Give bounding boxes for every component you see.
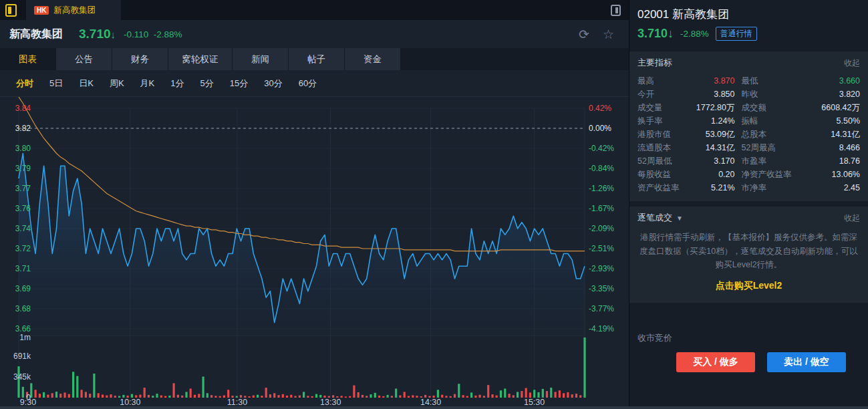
volume-bar [563,393,565,398]
price-axis-label: 3.82 [15,124,31,133]
volume-bar [542,389,544,398]
timeshare-chart[interactable]: 3.843.823.803.793.773.763.743.723.713.69… [0,97,629,409]
period-tab-5[interactable]: 1分 [170,78,184,90]
period-tab-7[interactable]: 15分 [230,78,248,90]
indicator-value: 2.45 [805,181,861,194]
main-tab-1[interactable]: 公告 [56,48,112,70]
period-tab-8[interactable]: 30分 [264,78,282,90]
volume-bar [55,392,57,398]
main-tab-5[interactable]: 帖子 [289,48,345,70]
volume-bar [345,396,347,398]
volume-bar [307,396,309,398]
volume-bar [290,395,292,398]
window-tab[interactable]: HK 新高教集团 [26,0,121,20]
close-auction-label: 收市竞价 [629,332,868,344]
volume-bar [85,392,87,398]
main-tab-6[interactable]: 资金 [345,48,401,70]
price-axis-label: 3.68 [15,304,31,313]
indicator-label: 最高 [637,74,686,88]
percent-axis-label: -2.09% [589,224,614,233]
volume-bar [374,393,376,398]
volume-bar [72,372,74,398]
volume-bar [491,394,493,398]
window-tab-strip: HK 新高教集团 [0,0,629,20]
price-axis-label: 3.69 [15,284,31,293]
chart-canvas[interactable]: 3.843.823.803.793.773.763.743.723.713.69… [0,97,629,409]
volume-bar [500,390,502,398]
volume-bar [102,395,104,398]
buy-long-button[interactable]: 买入 / 做多 [676,352,755,372]
indicator-label: 换手率 [637,114,686,128]
price-axis-label: 3.76 [15,204,31,213]
volume-bar [378,396,380,398]
indicator-label: 成交额 [742,101,805,114]
volume-bar [357,392,359,398]
price-axis-label: 3.84 [15,104,31,113]
indicator-label: 52周最低 [637,154,686,168]
main-tab-0[interactable]: 图表 [0,48,56,70]
percent-axis-label: -2.51% [589,244,614,253]
volume-bar [148,395,150,398]
period-tab-9[interactable]: 60分 [299,78,317,90]
indicator-label: 市净率 [742,181,805,194]
volume-bar [210,395,212,398]
tick-trades-collapse-button[interactable]: 收起 [844,213,860,224]
volume-bar [521,391,523,398]
main-tab-3[interactable]: 窝轮权证 [168,48,233,70]
main-tab-bar: 图表公告财务窝轮权证新闻帖子资金 [0,48,629,70]
refresh-icon[interactable]: ⟳ [579,28,589,41]
volume-bar [177,395,179,398]
sell-short-button[interactable]: 卖出 / 做空 [767,352,846,372]
percent-axis-label: 0.00% [589,124,611,133]
percent-axis-label: -0.42% [589,144,614,153]
indicator-label: 振幅 [742,114,805,128]
time-axis-label: 10:30 [120,398,140,407]
favorite-star-icon[interactable]: ☆ [603,28,614,41]
volume-bar [110,394,112,398]
tick-trades-section: 逐笔成交 ▼ 收起 港股行情需手动刷新，【基本报价】服务仅供参考。如需深度盘口数… [629,207,868,303]
indicators-collapse-button[interactable]: 收起 [844,57,860,69]
indicator-value: 3.660 [805,74,861,88]
indicator-label: 流通股本 [637,141,686,154]
percent-axis-label: -4.19% [589,324,614,333]
volume-bar [202,377,204,398]
level2-notice-text: 港股行情需手动刷新，【基本报价】服务仅供参考。如需深度盘口数据（买卖10档），逐… [637,231,860,272]
volume-bar [160,396,162,398]
chevron-down-icon[interactable]: ▼ [676,215,683,222]
volume-bar [462,395,464,398]
main-tab-2[interactable]: 财务 [112,48,168,70]
quote-level-badge[interactable]: 普通行情 [716,27,757,41]
indicator-label: 资产收益率 [637,181,686,194]
time-axis-label: 11:30 [227,398,247,407]
volume-bar [416,396,418,398]
indicator-label: 总股本 [742,128,805,141]
volume-bar [559,390,561,398]
volume-bar [509,394,511,398]
sidebar-toggle-icon[interactable] [5,4,17,17]
price-axis-label: 3.71 [15,264,31,273]
buy-level2-link[interactable]: 点击购买Level2 [637,280,860,292]
price-axis-label: 3.77 [15,184,31,193]
volume-bar [63,392,65,398]
volume-bar [89,394,91,398]
right-panel-toggle-icon[interactable] [611,5,621,16]
percent-axis-label: -1.26% [589,184,614,193]
volume-bar [194,395,196,398]
volume-axis-label: 345k [13,372,31,382]
period-tab-2[interactable]: 日K [79,78,94,90]
period-tab-1[interactable]: 5日 [49,78,63,90]
period-tab-4[interactable]: 月K [140,78,155,90]
chart-pane: HK 新高教集团 新高教集团 3.710↓ -0.110 -2.88% ⟳ ☆ … [0,0,629,409]
volume-bar [474,396,476,398]
volume-bar [550,388,552,398]
time-axis-label: 15:30 [524,398,545,407]
indicator-label: 净资产收益率 [742,168,805,181]
period-tab-3[interactable]: 周K [110,78,124,90]
indicator-value: 14.31亿 [686,141,742,154]
indicator-value: 3.850 [686,88,742,101]
volume-bar [470,392,472,398]
volume-bar [144,388,146,398]
period-tab-6[interactable]: 5分 [200,78,213,90]
main-tab-4[interactable]: 新闻 [233,48,289,70]
period-tab-0[interactable]: 分时 [16,78,33,90]
